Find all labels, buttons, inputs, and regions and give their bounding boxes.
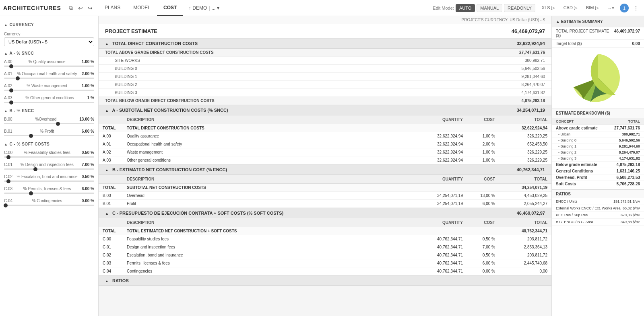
site-works-label: SITE WORKS <box>115 58 140 63</box>
edit-mode-readonly[interactable]: READONLY <box>504 4 535 12</box>
user-avatar[interactable]: 1 <box>620 4 629 12</box>
table-row: C.03 Permits, licenses & fees 40,762,344… <box>99 259 551 267</box>
col-desc: DESCRIPTION <box>123 115 415 124</box>
ratio-ext-works: External Works ENCC / Ext. Works Area 65… <box>552 205 644 212</box>
sncc-section-header[interactable]: ▲ A - % SNCC <box>0 49 98 58</box>
sncc-a02-slider[interactable] <box>4 90 94 91</box>
demo-dots[interactable]: ... <box>211 5 215 11</box>
soft-c02-slider[interactable] <box>4 181 94 182</box>
encc-b00-label: %Overhead <box>35 117 57 121</box>
tab-model[interactable]: MODEL <box>127 0 157 16</box>
row-desc: Quality assurance <box>123 132 415 140</box>
encc-item-b00: B.00 %Overhead 13.00 % <box>0 115 98 127</box>
section-sncc[interactable]: ▲ A - SUBTOTAL NET CONSTRUCTION COSTS (%… <box>99 105 551 115</box>
row-cost <box>467 184 499 192</box>
soft-item-c00: C.00 % Feasability studies fees 0.50 % <box>0 149 98 161</box>
encc-b00-id: B.00 <box>4 117 12 121</box>
edit-mode-manual[interactable]: MANUAL <box>477 4 502 12</box>
demo-up-arrow: ↑ <box>188 5 191 11</box>
encc-b00-slider[interactable] <box>4 123 94 124</box>
soft-c03-slider[interactable] <box>4 193 94 194</box>
sncc-table-inner: DESCRIPTION QUANTITY COST TOTAL TOTAL TO… <box>99 115 551 164</box>
row-desc: Other general conditions <box>123 156 415 164</box>
below-grade-label: TOTAL BELOW GRADE DIRECT CONSTRUCTION CO… <box>105 98 215 103</box>
soft-c02-id: C.02 <box>4 174 12 179</box>
section-direct-costs[interactable]: ▲ TOTAL DIRECT CONSTRUCTION COSTS 32,622… <box>99 39 551 49</box>
soft-c00-label: % Feasability studies fees <box>24 150 70 155</box>
row-desc: Design and inspection fees <box>123 243 415 251</box>
row-qty: 40,762,344,71 <box>415 243 467 251</box>
soft-c02-label: % Escalation, bond and insurance <box>17 174 77 179</box>
section-soft[interactable]: ▲ C - PRESUPUESTO DE EJECUCIÓN CONTRATA … <box>99 208 551 218</box>
col-id <box>99 218 123 227</box>
above-grade-label: TOTAL ABOVE GRADE DIRECT CONSTRUCTION CO… <box>105 50 214 55</box>
encc-table: DESCRIPTION QUANTITY COST TOTAL TOTAL SU… <box>99 175 551 208</box>
row-cost: 13,00 % <box>467 192 499 200</box>
sncc-a02-label: % Waste management <box>27 84 67 88</box>
breakdown-b2-value: 8,264,470,07 <box>619 150 640 154</box>
ratio-ext-works-value: 65,82 $/m² <box>623 206 640 210</box>
row-id: A.00 <box>99 132 123 140</box>
redo-icon[interactable]: ↪ <box>85 3 95 13</box>
copy-icon[interactable]: ⧉ <box>66 3 76 13</box>
row-cost: 0,50 % <box>467 251 499 259</box>
breakdown-label: ESTIMATE BREAKDOWN ($) <box>556 111 610 115</box>
export-cad-button[interactable]: CAD ▷ <box>560 4 580 12</box>
sncc-item-a03: A.03 % Other general conditions 1 % <box>0 94 98 106</box>
export-xls-button[interactable]: XLS ▷ <box>539 4 558 12</box>
top-right-icons: XLS ▷ CAD ▷ BIM ▷ →≡ 1 ⋮ <box>539 3 641 13</box>
encc-b01-slider[interactable] <box>4 135 94 136</box>
soft-c04-id: C.04 <box>4 199 12 203</box>
building0-row: BUILDING 0 5,646,502,56 <box>99 65 551 73</box>
demo-chevron[interactable]: ▾ <box>217 5 219 11</box>
breakdown-col-total: TOTAL <box>628 119 640 123</box>
sncc-a00-slider[interactable] <box>4 66 94 67</box>
building1-row: BUILDING 1 9,281,044,60 <box>99 73 551 81</box>
currency-field-label: Currency <box>4 32 94 36</box>
more-options-icon[interactable]: ⋮ <box>631 3 641 13</box>
sncc-a00-pct: 1.00 % <box>82 60 94 64</box>
row-desc: Feasability studies fees <box>123 235 415 243</box>
edit-mode-auto[interactable]: AUTO <box>456 4 475 12</box>
soft-c01-slider[interactable] <box>4 168 94 170</box>
col-qty: QUANTITY <box>415 175 467 184</box>
edit-mode-label: Edit Mode: <box>433 6 454 10</box>
tab-plans[interactable]: PLANS <box>98 0 127 16</box>
section-ratios[interactable]: ▲ RATIOS <box>99 276 551 286</box>
building1-label: BUILDING 1 <box>115 74 137 79</box>
project-estimate-label: PROJECT ESTIMATE <box>105 28 157 34</box>
row-total: 326,229,25 <box>499 132 551 140</box>
section-encc[interactable]: ▲ B - ESTIMATED NET CONSTRUCTION COST (%… <box>99 165 551 175</box>
section1-caret: ▲ <box>105 42 109 46</box>
soft-section-header[interactable]: ▲ C - % SOFT COSTS <box>0 140 98 149</box>
currency-select[interactable]: US Dollar (USD) - $ <box>4 37 94 46</box>
section-b-title: B - ESTIMATED NET CONSTRUCTION COST (% E… <box>112 167 227 172</box>
breakdown-urban: - Urban 380,982,71 <box>552 131 644 137</box>
above-grade-header: TOTAL ABOVE GRADE DIRECT CONSTRUCTION CO… <box>99 49 551 57</box>
table-row: C.01 Design and inspection fees 40,762,3… <box>99 243 551 251</box>
row-qty: 40,762,344,71 <box>415 259 467 267</box>
sncc-a03-label: % Other general conditions <box>25 96 74 100</box>
sncc-a03-slider[interactable] <box>4 102 94 103</box>
breakdown-b0: - Building 0 5,646,502,56 <box>552 137 644 144</box>
sncc-a01-slider[interactable] <box>4 78 94 79</box>
export-bim-button[interactable]: BIM ▷ <box>583 4 602 12</box>
breakdown-b0-value: 5,646,502,56 <box>619 138 640 142</box>
ratios-title: RATIOS <box>112 278 129 283</box>
export-list-button[interactable]: →≡ <box>604 4 617 12</box>
row-qty: 34,254,071,19 <box>415 192 467 200</box>
undo-icon[interactable]: ↩ <box>76 3 85 13</box>
row-total: 203,811,72 <box>499 251 551 259</box>
encc-section-header[interactable]: ▲ B - % ENCC <box>0 106 98 115</box>
demo-area: ↑ DEMO | ... ▾ <box>184 5 224 11</box>
row-cost: 1,00 % <box>467 148 499 156</box>
sncc-a01-pct: 2.00 % <box>82 72 94 76</box>
soft-c00-slider[interactable] <box>4 156 94 158</box>
breakdown-below-label: Below grade estimate <box>556 162 597 167</box>
building0-value: 5,646,502,56 <box>522 66 545 71</box>
soft-c04-slider[interactable] <box>4 205 94 206</box>
sncc-item-a02: A.02 % Waste management 1.00 % <box>0 82 98 94</box>
soft-c04-pct: 0.00 % <box>82 199 94 203</box>
tab-cost[interactable]: COST <box>157 0 183 16</box>
currency-section-header[interactable]: ▲ CURRENCY <box>0 20 98 29</box>
